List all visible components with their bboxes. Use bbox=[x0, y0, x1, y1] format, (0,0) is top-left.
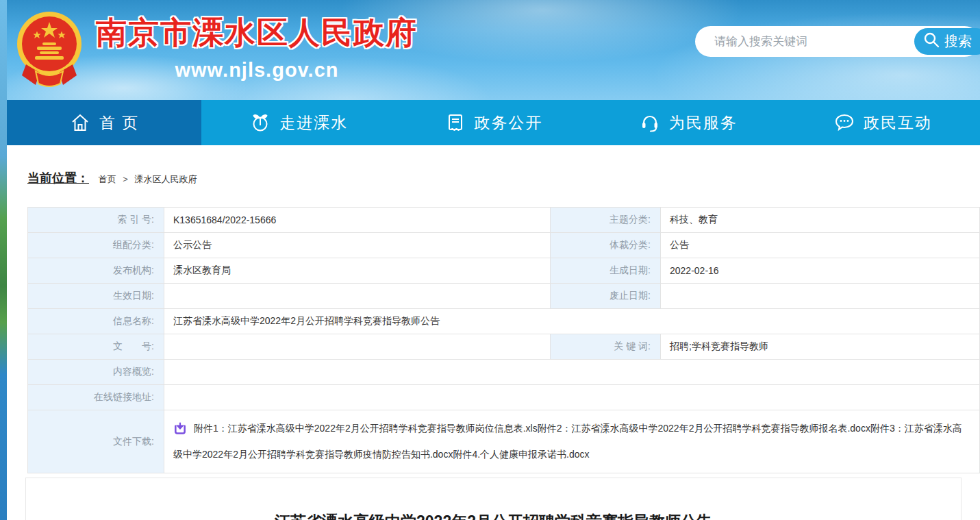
meta-value bbox=[661, 284, 980, 309]
download-icon bbox=[173, 421, 187, 443]
meta-value bbox=[164, 385, 980, 410]
chat-icon bbox=[833, 112, 855, 134]
search-box: 搜索 bbox=[695, 26, 980, 57]
meta-label: 内容概览: bbox=[28, 360, 164, 385]
nav-item-label: 政务公开 bbox=[475, 112, 543, 134]
attachments-links[interactable]: 附件1：江苏省溧水高级中学2022年2月公开招聘学科竞赛指导教师岗位信息表.xl… bbox=[173, 423, 962, 460]
meta-value: 公示公告 bbox=[164, 233, 551, 258]
breadcrumb-separator: > bbox=[123, 174, 128, 184]
main-nav: 首 页 走进溧水 政务公开 bbox=[7, 100, 980, 145]
nav-item-label: 政民互动 bbox=[864, 112, 932, 134]
meta-label: 生效日期: bbox=[28, 284, 164, 309]
meta-label: 组配分类: bbox=[28, 233, 164, 258]
breadcrumb-link-home[interactable]: 首页 bbox=[99, 174, 116, 184]
nav-item-label: 首 页 bbox=[99, 112, 139, 134]
search-button-label: 搜索 bbox=[944, 32, 972, 51]
sprout-icon bbox=[249, 112, 271, 134]
meta-label: 文件下载: bbox=[28, 410, 164, 473]
search-icon bbox=[922, 31, 940, 52]
nav-item-label: 为民服务 bbox=[669, 112, 738, 134]
article-title: 江苏省溧水高级中学2022年2月公开招聘学科竞赛指导教师公告 bbox=[26, 478, 961, 520]
page: 南京市溧水区人民政府 www.njls.gov.cn 搜索 bbox=[7, 0, 980, 520]
download-cell: 附件1：江苏省溧水高级中学2022年2月公开招聘学科竞赛指导教师岗位信息表.xl… bbox=[164, 410, 980, 473]
site-title-block: 南京市溧水区人民政府 www.njls.gov.cn bbox=[92, 12, 421, 82]
table-row: 文 号: 关 键 词: 招聘;学科竞赛指导教师 bbox=[28, 334, 980, 360]
table-row: 组配分类: 公示公告 体裁分类: 公告 bbox=[28, 233, 980, 258]
meta-label: 主题分类: bbox=[551, 208, 661, 233]
meta-value: 科技、教育 bbox=[661, 208, 980, 233]
breadcrumb: 当前位置： 首页 > 溧水区人民政府 bbox=[7, 145, 980, 207]
table-row: 发布机构: 溧水区教育局 生成日期: 2022-02-16 bbox=[28, 258, 980, 284]
meta-value bbox=[164, 360, 980, 385]
meta-value: 2022-02-16 bbox=[661, 258, 980, 284]
meta-label: 发布机构: bbox=[28, 258, 164, 284]
meta-label: 文 号: bbox=[28, 334, 164, 360]
breadcrumb-link-current[interactable]: 溧水区人民政府 bbox=[134, 174, 197, 184]
nav-item-about-lishui[interactable]: 走进溧水 bbox=[201, 100, 396, 145]
nav-item-public-service[interactable]: 为民服务 bbox=[591, 100, 786, 145]
nav-item-gov-affairs[interactable]: 政务公开 bbox=[396, 100, 590, 145]
nav-item-label: 走进溧水 bbox=[279, 112, 348, 134]
meta-label: 信息名称: bbox=[28, 309, 164, 334]
table-row: 生效日期: 废止日期: bbox=[28, 284, 980, 309]
meta-value bbox=[164, 334, 551, 360]
meta-label: 在线链接地址: bbox=[28, 385, 164, 410]
document-meta-table: 索 引 号: K13651684/2022-15666 主题分类: 科技、教育 … bbox=[27, 207, 980, 473]
meta-label: 关 键 词: bbox=[551, 334, 661, 360]
meta-value: 招聘;学科竞赛指导教师 bbox=[661, 334, 980, 360]
home-icon bbox=[69, 112, 91, 134]
article-container: 江苏省溧水高级中学2022年2月公开招聘学科竞赛指导教师公告 bbox=[25, 478, 962, 520]
table-row: 在线链接地址: bbox=[28, 385, 980, 410]
table-row: 索 引 号: K13651684/2022-15666 主题分类: 科技、教育 bbox=[28, 208, 980, 233]
meta-value: 江苏省溧水高级中学2022年2月公开招聘学科竞赛指导教师公告 bbox=[164, 309, 980, 334]
national-emblem-icon bbox=[12, 8, 86, 92]
nav-item-home[interactable]: 首 页 bbox=[7, 100, 201, 145]
table-row: 信息名称: 江苏省溧水高级中学2022年2月公开招聘学科竞赛指导教师公告 bbox=[28, 309, 980, 334]
national-emblem-logo bbox=[12, 8, 86, 92]
meta-value: K13651684/2022-15666 bbox=[164, 208, 551, 233]
headset-icon bbox=[639, 112, 661, 134]
site-header: 南京市溧水区人民政府 www.njls.gov.cn 搜索 bbox=[7, 0, 980, 100]
document-icon bbox=[444, 112, 466, 134]
meta-label: 体裁分类: bbox=[551, 233, 661, 258]
meta-value: 溧水区教育局 bbox=[164, 258, 551, 284]
breadcrumb-label: 当前位置： bbox=[27, 171, 89, 185]
meta-value bbox=[164, 284, 551, 309]
site-url: www.njls.gov.cn bbox=[92, 59, 421, 82]
meta-label: 生成日期: bbox=[551, 258, 661, 284]
table-row-file-download: 文件下载: 附件1：江苏省溧水高级中学2022年2月公开招聘学科竞赛指导教师岗位… bbox=[28, 410, 980, 473]
nav-item-interaction[interactable]: 政民互动 bbox=[786, 100, 980, 145]
site-name: 南京市溧水区人民政府 bbox=[92, 12, 421, 53]
table-row: 内容概览: bbox=[28, 360, 980, 385]
search-button[interactable]: 搜索 bbox=[914, 28, 980, 55]
meta-label: 索 引 号: bbox=[28, 208, 164, 233]
meta-value: 公告 bbox=[661, 233, 980, 258]
meta-label: 废止日期: bbox=[551, 284, 661, 309]
